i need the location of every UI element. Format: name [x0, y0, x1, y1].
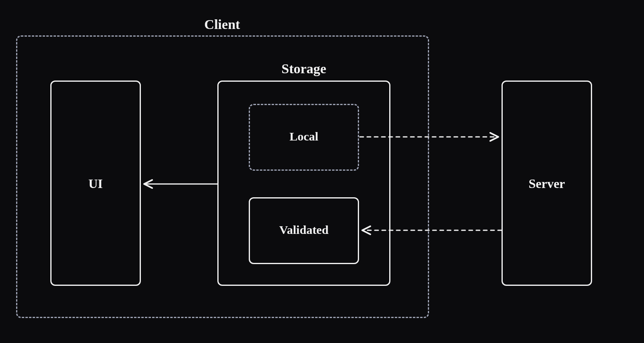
ui-label: UI: [50, 176, 141, 191]
server-label: Server: [502, 176, 592, 191]
local-label: Local: [249, 130, 359, 143]
storage-label: Storage: [264, 61, 344, 76]
client-label: Client: [182, 17, 262, 32]
validated-label: Validated: [249, 223, 359, 237]
diagram-stage: Client Storage UI Local Validated Server: [0, 0, 644, 343]
